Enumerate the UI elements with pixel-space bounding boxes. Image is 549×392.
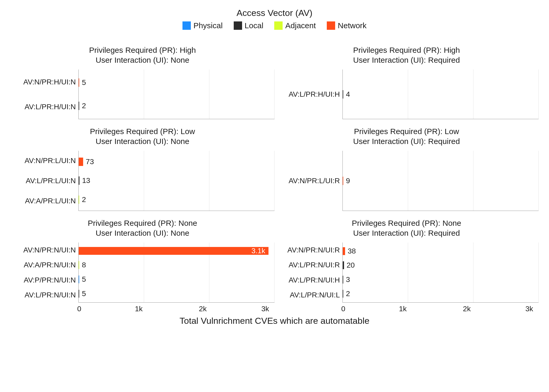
- y-axis-labels: AV:N/PR:N/UI:NAV:A/PR:N/UI:NAV:P/PR:N/UI…: [10, 243, 78, 303]
- bar-row: 8: [79, 261, 274, 269]
- facet-grid: Privileges Required (PR): HighUser Inter…: [10, 38, 539, 313]
- bar-row: 73: [79, 158, 274, 166]
- bar-row: 4: [343, 90, 539, 99]
- bar-value-label: 3.1k: [251, 247, 268, 255]
- legend-swatch: [274, 21, 283, 30]
- y-tick-label: AV:N/PR:N/UI:N: [10, 246, 76, 254]
- y-axis-labels: AV:N/PR:H/UI:NAV:L/PR:H/UI:N: [10, 70, 78, 119]
- bar-value-label: 2: [346, 290, 350, 298]
- y-tick-label: AV:N/PR:L/UI:N: [10, 157, 76, 164]
- bar: [79, 158, 83, 166]
- legend-item-label: Network: [338, 21, 367, 30]
- x-tick-label: 2k: [199, 305, 207, 313]
- facet-panel: Privileges Required (PR): NoneUser Inter…: [10, 211, 274, 313]
- bar: 3.1k: [79, 247, 268, 255]
- plot-area: 4: [342, 70, 539, 119]
- x-tick-label: 1k: [135, 305, 143, 313]
- bar-value-label: 2: [82, 195, 86, 204]
- bar: [343, 177, 343, 185]
- bar: [79, 78, 79, 87]
- y-tick-label: AV:L/PR:N/UI:L: [274, 291, 340, 299]
- plot-area: 73132: [78, 151, 274, 211]
- bar: [343, 290, 343, 298]
- bar-row: 2: [343, 290, 539, 298]
- bar: [79, 102, 79, 110]
- x-tick-label: 3k: [261, 305, 269, 313]
- facet-title: Privileges Required (PR): LowUser Intera…: [10, 126, 274, 146]
- bar-value-label: 3: [346, 275, 350, 284]
- plot-area: 3.1k855: [78, 243, 274, 303]
- y-tick-label: AV:L/PR:N/UI:N: [10, 291, 76, 299]
- x-tick-label: 1k: [399, 305, 407, 313]
- bar-row: 13: [79, 176, 274, 185]
- plot-area: 9: [342, 151, 539, 211]
- bar: [343, 261, 344, 269]
- x-axis-ticks: 01k2k3k: [342, 303, 539, 313]
- legend-swatch: [234, 21, 242, 30]
- bar-row: 5: [79, 275, 274, 284]
- bar-value-label: 9: [346, 177, 350, 185]
- y-tick-label: AV:L/PR:L/UI:N: [10, 177, 76, 185]
- legend-swatch: [327, 21, 335, 30]
- facet-title: Privileges Required (PR): LowUser Intera…: [274, 126, 539, 146]
- legend-swatch: [182, 21, 191, 30]
- plot-area: 382032: [342, 243, 539, 303]
- legend-item: Network: [327, 21, 367, 30]
- bar: [79, 176, 79, 185]
- y-axis-labels: AV:N/PR:N/UI:RAV:L/PR:N/UI:RAV:L/PR:N/UI…: [274, 243, 342, 303]
- x-axis-label: Total Vulnrichment CVEs which are automa…: [10, 316, 539, 326]
- facet-panel: Privileges Required (PR): HighUser Inter…: [10, 38, 274, 119]
- bar-value-label: 5: [82, 290, 86, 298]
- y-tick-label: AV:P/PR:N/UI:N: [10, 276, 76, 284]
- bar: [79, 275, 79, 283]
- facet-title: Privileges Required (PR): HighUser Inter…: [10, 45, 274, 65]
- y-tick-label: AV:L/PR:H/UI:H: [274, 91, 340, 98]
- bar-row: 5: [79, 78, 274, 87]
- bar: [79, 261, 79, 269]
- bar-value-label: 5: [82, 78, 86, 87]
- legend-items: PhysicalLocalAdjacentNetwork: [10, 21, 539, 30]
- facet-title: Privileges Required (PR): NoneUser Inter…: [10, 218, 274, 238]
- legend-item: Local: [234, 21, 264, 30]
- y-tick-label: AV:N/PR:L/UI:R: [274, 177, 340, 185]
- bar-value-label: 5: [82, 275, 86, 284]
- x-tick-label: 3k: [525, 305, 533, 313]
- facet-panel: Privileges Required (PR): HighUser Inter…: [274, 38, 539, 119]
- facet-panel: Privileges Required (PR): NoneUser Inter…: [274, 211, 539, 313]
- bar-row: 20: [343, 261, 539, 269]
- x-tick-label: 0: [341, 305, 345, 313]
- bar: [343, 90, 343, 99]
- legend-item: Physical: [182, 21, 223, 30]
- plot-area: 52: [78, 70, 274, 119]
- bar-value-label: 2: [82, 102, 86, 110]
- legend-item-label: Physical: [193, 21, 223, 30]
- facet-panel: Privileges Required (PR): LowUser Intera…: [10, 119, 274, 211]
- y-tick-label: AV:N/PR:H/UI:N: [10, 78, 76, 86]
- bar-row: 9: [343, 177, 539, 185]
- bar-value-label: 8: [82, 261, 86, 269]
- legend-item-label: Adjacent: [285, 21, 316, 30]
- bar-row: 5: [79, 290, 274, 298]
- y-tick-label: AV:L/PR:N/UI:R: [274, 261, 340, 269]
- bar-value-label: 13: [82, 176, 90, 185]
- legend-item: Adjacent: [274, 21, 316, 30]
- legend: Access Vector (AV) PhysicalLocalAdjacent…: [10, 8, 539, 30]
- bar: [79, 195, 79, 204]
- y-axis-labels: AV:N/PR:L/UI:R: [274, 151, 342, 211]
- facet-panel: Privileges Required (PR): LowUser Intera…: [274, 119, 539, 211]
- facet-title: Privileges Required (PR): HighUser Inter…: [274, 45, 539, 65]
- bar-row: 2: [79, 102, 274, 110]
- x-tick-label: 0: [77, 305, 81, 313]
- y-axis-labels: AV:L/PR:H/UI:H: [274, 70, 342, 119]
- bar-row: 2: [79, 195, 274, 204]
- y-tick-label: AV:A/PR:L/UI:N: [10, 197, 76, 205]
- bar-value-label: 38: [348, 247, 356, 255]
- bar-value-label: 73: [86, 158, 94, 166]
- y-axis-labels: AV:N/PR:L/UI:NAV:L/PR:L/UI:NAV:A/PR:L/UI…: [10, 151, 78, 211]
- bar: [343, 247, 345, 255]
- bar: [343, 276, 343, 284]
- x-tick-label: 2k: [463, 305, 471, 313]
- y-tick-label: AV:A/PR:N/UI:N: [10, 261, 76, 269]
- legend-title: Access Vector (AV): [10, 8, 539, 18]
- y-tick-label: AV:L/PR:H/UI:N: [10, 103, 76, 111]
